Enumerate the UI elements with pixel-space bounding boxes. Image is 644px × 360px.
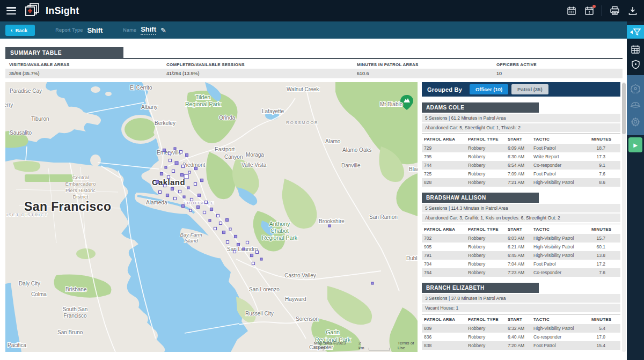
menu-icon[interactable]	[6, 7, 16, 14]
data-table-icon[interactable]	[631, 45, 640, 54]
summary-col-value: 35/98 (35.7%)	[5, 69, 163, 78]
patrol-area-marker[interactable]	[214, 227, 217, 230]
patrol-area-marker[interactable]	[226, 219, 229, 222]
map-label: Eastport	[215, 146, 235, 152]
patrol-area-marker[interactable]	[166, 194, 169, 197]
patrol-area-marker[interactable]	[198, 194, 201, 197]
patrol-area-marker[interactable]	[203, 211, 206, 214]
panel-scrollbar[interactable]	[622, 82, 626, 352]
cell-start: 7:21 AM	[506, 178, 531, 187]
patrol-area-marker[interactable]	[219, 222, 222, 225]
patrol-area-marker[interactable]	[187, 187, 189, 189]
patrol-area-marker[interactable]	[195, 167, 197, 170]
patrol-area-marker[interactable]	[160, 173, 163, 175]
patrol-area-marker[interactable]	[260, 258, 262, 260]
patrol-area-marker[interactable]	[175, 161, 178, 165]
patrol-area-marker[interactable]	[226, 241, 229, 244]
badge-icon[interactable]	[631, 84, 640, 93]
filter-icon[interactable]	[627, 25, 644, 39]
patrol-area-marker[interactable]	[205, 201, 208, 204]
patrol-area-marker[interactable]	[371, 282, 374, 284]
map[interactable]: Paradise CayerryTiburonSausalitoEl Cerri…	[5, 82, 418, 352]
back-button[interactable]: ‹Back	[5, 25, 35, 36]
cell-patrol-area: 836	[422, 333, 466, 341]
officer-table-header-row: PATROL AREAPATROL TYPESTARTTACTICMINUTES	[422, 314, 620, 324]
patrol-area-marker[interactable]	[182, 205, 185, 208]
cell-minutes: 7.6	[589, 268, 620, 277]
patrol-area-marker[interactable]	[169, 159, 172, 162]
patrol-area-marker[interactable]	[197, 206, 200, 209]
tab-patrol[interactable]: Patrol (35)	[511, 84, 548, 94]
patrol-area-marker[interactable]	[174, 197, 177, 200]
patrol-area-marker[interactable]	[164, 185, 166, 187]
map-label: Hayward	[285, 296, 306, 302]
patrol-area-marker[interactable]	[252, 262, 255, 265]
patrol-area-marker[interactable]	[171, 188, 174, 190]
patrol-area-marker[interactable]	[191, 199, 193, 201]
report-name-value[interactable]: Shift	[141, 25, 156, 35]
printer-icon[interactable]	[610, 6, 620, 16]
patrol-area-marker[interactable]	[209, 219, 211, 222]
table-row: 729Robbery6:09 AMFoot Patrol18.7	[422, 144, 620, 152]
play-icon[interactable]: ▶	[628, 137, 642, 152]
patrol-area-marker[interactable]	[179, 190, 181, 193]
map-label: Valle Vista	[241, 162, 267, 168]
tab-officer[interactable]: Officer (10)	[470, 84, 508, 94]
cell-minutes: 5.4	[589, 324, 620, 333]
map-label: San Bruno	[57, 329, 83, 335]
patrol-area-marker[interactable]	[182, 165, 185, 168]
patrol-area-marker[interactable]	[256, 251, 259, 254]
cell-patrol-area: 838	[422, 341, 466, 350]
column-header: PATROL AREA	[422, 314, 466, 324]
patrol-area-marker[interactable]	[237, 244, 240, 246]
patrol-area-marker[interactable]	[251, 254, 253, 257]
patrol-area-marker[interactable]	[235, 236, 237, 238]
patrol-area-marker[interactable]	[201, 179, 203, 182]
cell-minutes: 15.7	[589, 234, 620, 243]
patrol-area-marker[interactable]	[243, 248, 245, 250]
patrol-area-marker[interactable]	[167, 176, 170, 179]
column-header: MINUTES	[589, 134, 620, 144]
patrol-area-marker[interactable]	[156, 181, 159, 183]
settings-icon[interactable]	[631, 117, 640, 127]
patrol-area-marker[interactable]	[174, 148, 176, 150]
patrol-area-marker[interactable]	[217, 215, 219, 217]
patrol-area-marker[interactable]	[183, 196, 185, 198]
patrol-area-marker[interactable]	[172, 170, 175, 173]
download-icon[interactable]	[627, 6, 638, 16]
map-label: Dublin	[406, 255, 418, 261]
patrol-area-marker[interactable]	[233, 251, 236, 253]
map-label: Blackhawk	[409, 166, 418, 172]
edit-pencil-icon[interactable]: ✎	[160, 26, 166, 34]
patrol-area-marker[interactable]	[159, 191, 162, 194]
app-header: InSight	[0, 0, 644, 21]
map-label: Alameda	[146, 200, 167, 205]
patrol-area-marker[interactable]	[194, 183, 197, 186]
calendar-icon[interactable]	[566, 6, 576, 16]
patrol-area-marker[interactable]	[223, 231, 225, 234]
patrol-area-marker[interactable]	[165, 166, 167, 168]
scrollbar-thumb[interactable]	[622, 83, 626, 134]
map-terms-link[interactable]: Terms of Use	[398, 341, 418, 350]
patrol-area-marker[interactable]	[181, 174, 184, 177]
patrol-hat-icon[interactable]	[630, 101, 641, 109]
map-copyright: Map data ©2023 Google	[314, 341, 351, 350]
patrol-area-marker[interactable]	[189, 209, 192, 211]
patrol-area-marker[interactable]	[184, 174, 188, 179]
cell-tactic: High-Visibility Patrol	[531, 243, 589, 251]
patrol-area-marker[interactable]	[229, 228, 231, 230]
patrol-area-marker[interactable]	[188, 171, 191, 173]
shield-icon[interactable]	[631, 60, 640, 69]
calendar-alert-icon[interactable]	[584, 6, 594, 16]
cell-patrol-area: 725	[422, 170, 466, 178]
patrol-area-marker[interactable]	[163, 149, 166, 152]
patrol-area-marker[interactable]	[180, 151, 182, 153]
column-header: MINUTES	[589, 224, 620, 234]
cell-minutes: 17.2	[589, 260, 620, 268]
officer-sessions-line: 3 Sessions | 37.8 Minutes in Patrol Area	[422, 294, 620, 303]
patrol-area-marker[interactable]	[169, 152, 171, 155]
patrol-area-marker[interactable]	[186, 154, 188, 157]
patrol-area-marker[interactable]	[210, 208, 213, 211]
patrol-area-marker[interactable]	[246, 241, 249, 244]
patrol-area-marker[interactable]	[328, 225, 331, 227]
